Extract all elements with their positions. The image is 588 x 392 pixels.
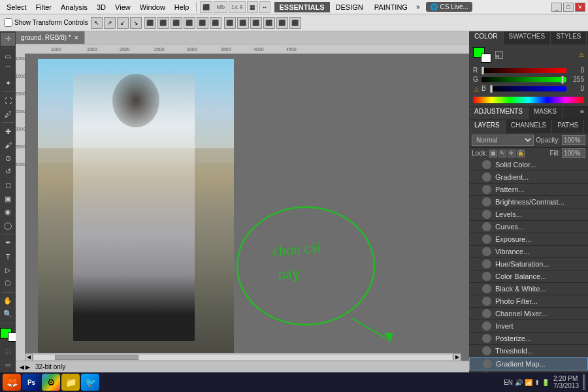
lock-all[interactable]: 🔒 — [517, 150, 525, 157]
tray-icon-4[interactable]: 🔋 — [542, 379, 549, 386]
horizontal-scrollbar[interactable]: ◀ ▶ — [25, 353, 461, 361]
lock-transparent[interactable]: ▦ — [489, 150, 497, 157]
menu-help[interactable]: Help — [171, 2, 193, 12]
dist-h[interactable]: ⬛ — [224, 17, 236, 29]
tab-layers[interactable]: LAYERS — [469, 120, 506, 133]
tool-brush[interactable]: 🖌 — [1, 139, 15, 152]
tray-icon-2[interactable]: 📶 — [525, 379, 532, 386]
status-prev[interactable]: ◀ — [20, 364, 24, 370]
transform-icon-2[interactable]: ↗ — [104, 17, 116, 29]
tray-icon-1[interactable]: 🔊 — [515, 379, 523, 386]
fill-input[interactable] — [562, 148, 585, 158]
adj-panel-menu[interactable]: ≡ — [576, 106, 588, 120]
transform-icon-3[interactable]: ↙ — [117, 17, 129, 29]
align-right[interactable]: ⬛ — [171, 17, 182, 29]
channel-b-track[interactable] — [490, 86, 566, 91]
align-center[interactable]: ⬛ — [157, 17, 169, 29]
lock-move[interactable]: ✛ — [508, 150, 515, 157]
tool-marquee[interactable]: ▭ — [1, 50, 15, 63]
channel-r-track[interactable] — [482, 68, 566, 73]
layers-panel-menu[interactable]: ≡ — [584, 120, 588, 133]
adj-item-10[interactable]: Black & White... — [469, 283, 588, 295]
menu-window[interactable]: Window — [136, 2, 169, 12]
align-bottom[interactable]: ⬛ — [210, 17, 221, 29]
tool-eyedropper[interactable]: 🖊 — [1, 108, 15, 121]
adj-item-15[interactable]: Threshold... — [469, 345, 588, 357]
tab-channels[interactable]: CHANNELS — [506, 120, 552, 133]
adj-item-8[interactable]: Hue/Saturation... — [469, 258, 588, 270]
menu-filter[interactable]: Filter — [32, 2, 56, 12]
workspace-expand[interactable]: » — [414, 2, 423, 12]
dist-v[interactable]: ⬛ — [237, 17, 249, 29]
tab-essentials[interactable]: ESSENTIALS — [274, 2, 330, 12]
adj-item-13[interactable]: Invert — [469, 320, 588, 333]
tab-design[interactable]: DESIGN — [331, 2, 368, 12]
adj-item-14[interactable]: Posterize... — [469, 333, 588, 345]
tool-zoom[interactable]: 🔍 — [1, 308, 15, 321]
align-middle[interactable]: ⬛ — [197, 17, 208, 29]
canvas-content[interactable]: chon cái nàỵ ◀ ▶ — [25, 54, 469, 361]
channel-g-thumb[interactable] — [561, 76, 564, 84]
adj-item-4[interactable]: Levels... — [469, 208, 588, 221]
adj-item-7[interactable]: Vibrance... — [469, 246, 588, 258]
adj-item-11[interactable]: Photo Filter... — [469, 295, 588, 308]
menu-view[interactable]: View — [111, 2, 135, 12]
tab-close-button[interactable]: ✕ — [74, 35, 79, 41]
dist-4[interactable]: ⬛ — [276, 17, 288, 29]
tool-quick-mask[interactable]: ⬚ — [1, 345, 15, 358]
adj-item-0[interactable]: Solid Color... — [469, 159, 588, 171]
dist-2[interactable]: ⬛ — [250, 17, 262, 29]
align-top[interactable]: ⬛ — [184, 17, 195, 29]
adj-item-2[interactable]: Pattern... — [469, 184, 588, 196]
tab-paths[interactable]: PATHS — [552, 120, 584, 133]
taskbar-bird[interactable]: 🐦 — [81, 374, 99, 391]
status-next[interactable]: ▶ — [25, 364, 30, 370]
transform-icon-1[interactable]: ↖ — [91, 17, 103, 29]
scroll-thumb-horizontal[interactable] — [55, 355, 139, 360]
tool-pen[interactable]: ✒ — [1, 237, 15, 250]
scroll-right-button[interactable]: ▶ — [453, 353, 461, 361]
blend-mode-select[interactable]: Normal — [472, 135, 534, 146]
tool-dodge[interactable]: ◯ — [1, 220, 15, 233]
tool-text[interactable]: T — [1, 250, 15, 263]
adj-item-9[interactable]: Color Balance... — [469, 270, 588, 283]
tool-shape[interactable]: ⬡ — [1, 277, 15, 290]
lock-paint[interactable]: ✎ — [498, 150, 506, 157]
channel-r-thumb[interactable] — [482, 67, 484, 74]
menu-analysis[interactable]: Analysis — [57, 2, 91, 12]
tool-crop[interactable]: ⛶ — [1, 94, 15, 107]
menu-3d[interactable]: 3D — [93, 2, 110, 12]
tool-eraser[interactable]: ◻ — [1, 179, 15, 192]
adj-item-3[interactable]: Brightness/Contrast... — [469, 196, 588, 208]
tool-lasso[interactable]: ⌒ — [1, 63, 15, 76]
tool-gradient[interactable]: ▣ — [1, 192, 15, 205]
tool-history[interactable]: ↺ — [1, 165, 15, 178]
show-transform-controls[interactable]: Show Transform Controls — [4, 18, 88, 27]
tool-hand[interactable]: ✋ — [1, 294, 15, 307]
opacity-input[interactable] — [562, 135, 585, 145]
tab-color[interactable]: COLOR — [469, 31, 504, 44]
adj-item-5[interactable]: Curves... — [469, 221, 588, 233]
color-mode-icon[interactable]: R — [495, 51, 503, 59]
tab-masks[interactable]: MASKS — [529, 106, 563, 120]
color-spectrum[interactable] — [473, 97, 584, 103]
adj-item-1[interactable]: Gradient... — [469, 171, 588, 184]
taskbar-chrome[interactable]: ⚙ — [42, 374, 60, 391]
taskbar-firefox[interactable]: 🦊 — [3, 374, 21, 391]
tab-swatches[interactable]: SWATCHES — [504, 31, 551, 44]
maximize-button[interactable]: □ — [563, 3, 574, 12]
adj-item-17[interactable]: Selective Color... — [469, 370, 588, 372]
tray-icon-3[interactable]: ⬆ — [534, 379, 540, 386]
menu-select[interactable]: Select — [3, 2, 31, 12]
panel-background[interactable] — [481, 54, 491, 63]
tool-move[interactable]: ✛ — [1, 33, 15, 46]
show-desktop-button[interactable] — [583, 374, 585, 390]
tool-magic-wand[interactable]: ✦ — [1, 77, 15, 90]
scroll-left-button[interactable]: ◀ — [25, 353, 33, 361]
tool-screen-mode[interactable]: ▭ — [1, 359, 15, 372]
tray-lang[interactable]: EN — [504, 379, 513, 386]
cs-live-button[interactable]: 🌐 CS Live... — [426, 2, 472, 12]
transform-icon-4[interactable]: ↘ — [130, 17, 142, 29]
tool-blur[interactable]: ◉ — [1, 206, 15, 219]
transform-checkbox[interactable] — [4, 18, 12, 27]
